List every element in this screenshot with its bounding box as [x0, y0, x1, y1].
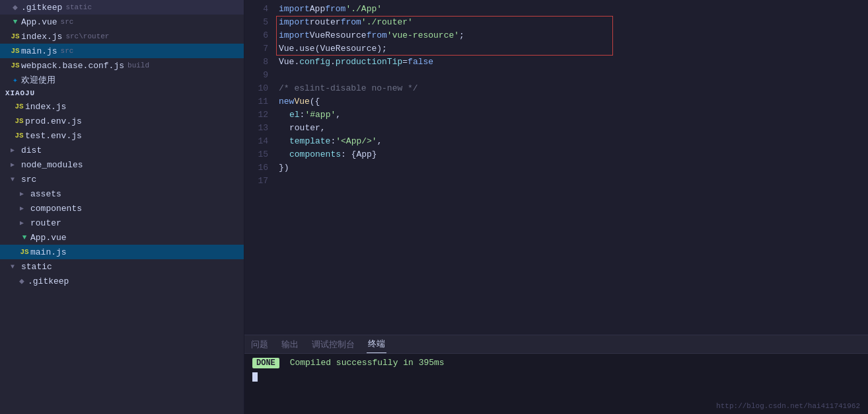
code-line-11: new Vue({: [276, 95, 868, 108]
sidebar-item-app-vue-top[interactable]: ▼ App.vue src: [0, 15, 244, 29]
sidebar-item-label: assets: [30, 189, 61, 199]
sidebar-item-index-js-router[interactable]: JS index.js src\router: [0, 29, 244, 44]
line-numbers: 4 5 6 7 8 9 10 11 12 13 14 15 16 17: [244, 3, 276, 332]
tab-terminal[interactable]: 终端: [367, 335, 386, 353]
js-icon: JS: [18, 248, 30, 256]
code-line-13: router,: [276, 122, 868, 135]
terminal-output-line: DONE Compiled successfully in 395ms: [252, 358, 860, 368]
sidebar-item-gitkeep-bottom[interactable]: ◆ .gitkeep: [0, 274, 244, 288]
sidebar-item-label: src: [21, 175, 36, 185]
code-line-10: /* eslint-disable no-new */: [276, 82, 868, 95]
sidebar-item-welcome[interactable]: ✦ 欢迎使用: [0, 73, 244, 87]
chevron-right-icon: ▶: [16, 219, 28, 227]
sidebar-item-app-vue-src[interactable]: ▼ App.vue: [0, 230, 244, 245]
sidebar-item-label: prod.env.js: [25, 116, 82, 126]
watermark: http://blog.csdn.net/hai411741962: [716, 402, 860, 410]
sidebar-item-label: App.vue: [30, 233, 67, 243]
sidebar-item-components[interactable]: ▶ components: [0, 201, 244, 216]
js-icon: JS: [13, 132, 25, 140]
code-line-8: Vue.config.productionTip = false: [276, 56, 868, 69]
code-line-15: components: { App }: [276, 148, 868, 161]
sidebar-item-prod-env[interactable]: JS prod.env.js: [0, 114, 244, 128]
file-icon: ◆: [16, 276, 28, 286]
code-line-4: import App from './App': [276, 3, 868, 16]
sidebar-item-webpack[interactable]: JS webpack.base.conf.js build: [0, 58, 244, 73]
chevron-right-icon: ▶: [7, 161, 18, 169]
sidebar-item-main-js-top[interactable]: JS main.js src: [0, 44, 244, 58]
sidebar-item-static[interactable]: ▼ static: [0, 259, 244, 274]
js-icon: JS: [13, 117, 25, 125]
code-line-12: el: '#app',: [276, 108, 868, 122]
sidebar-item-label: index.js: [21, 32, 62, 42]
sidebar-item-gitkeep-top[interactable]: ◆ .gitkeep static: [0, 0, 244, 15]
sidebar-item-label: main.js: [21, 46, 57, 56]
sidebar-item-label: router: [30, 218, 61, 228]
terminal-tabs: 问题 输出 调试控制台 终端: [244, 335, 868, 354]
sidebar-item-label: components: [30, 204, 82, 214]
sidebar-item-label: 欢迎使用: [21, 74, 55, 86]
js-icon: JS: [9, 62, 21, 69]
sidebar-item-label: webpack.base.conf.js: [21, 61, 124, 71]
code-line-9: [276, 69, 868, 82]
sidebar-item-label: .gitkeep: [21, 3, 62, 13]
sidebar-item-node-modules[interactable]: ▶ node_modules: [0, 157, 244, 172]
vscode-icon: ✦: [9, 75, 21, 85]
chevron-right-icon: ▶: [7, 146, 18, 154]
vue-icon: ▼: [9, 18, 21, 26]
chevron-down-icon: ▼: [7, 263, 18, 270]
sidebar-item-dist[interactable]: ▶ dist: [0, 143, 244, 157]
chevron-right-icon: ▶: [16, 190, 28, 198]
sidebar-item-label: test.env.js: [25, 131, 82, 141]
sidebar-item-src[interactable]: ▼ src: [0, 172, 244, 186]
code-lines: import App from './App' import router fr…: [276, 3, 868, 332]
done-badge: DONE: [252, 358, 279, 368]
section-header-xiaoju: XIAOJU: [0, 87, 244, 99]
vue-icon: ▼: [18, 233, 30, 241]
sidebar-item-label: static: [21, 262, 52, 272]
sidebar-item-label: main.js: [30, 247, 67, 257]
sidebar-item-label: App.vue: [21, 17, 57, 27]
sidebar-item-assets[interactable]: ▶ assets: [0, 186, 244, 201]
sidebar-item-label: .gitkeep: [28, 276, 69, 286]
sidebar-item-label: dist: [21, 145, 42, 155]
js-icon: JS: [13, 103, 25, 110]
tab-problems[interactable]: 问题: [250, 335, 270, 353]
code-editor: 4 5 6 7 8 9 10 11 12 13 14 15 16 17: [244, 0, 868, 335]
terminal-panel: 问题 输出 调试控制台 终端 DONE Compiled successfull…: [244, 335, 868, 414]
code-line-5: import router from './router': [276, 16, 868, 29]
file-explorer: ◆ .gitkeep static ▼ App.vue src JS index…: [0, 0, 244, 414]
sidebar-item-index-js[interactable]: JS index.js: [0, 99, 244, 114]
sidebar-item-label: node_modules: [21, 160, 83, 170]
code-area: 4 5 6 7 8 9 10 11 12 13 14 15 16 17: [244, 0, 868, 335]
chevron-down-icon: ▼: [7, 176, 18, 183]
chevron-right-icon: ▶: [16, 204, 28, 212]
code-line-6: import VueResource from 'vue-resource';: [276, 29, 868, 42]
cursor-block: [252, 372, 258, 382]
code-line-16: }): [276, 161, 868, 175]
file-icon: ◆: [9, 2, 21, 13]
js-icon: JS: [9, 47, 21, 55]
main-content: 4 5 6 7 8 9 10 11 12 13 14 15 16 17: [244, 0, 868, 414]
tab-debug-console[interactable]: 调试控制台: [310, 335, 356, 353]
sidebar-item-label: index.js: [25, 102, 66, 112]
success-message: Compiled successfully in 395ms: [290, 358, 445, 368]
sidebar-item-router[interactable]: ▶ router: [0, 216, 244, 230]
sidebar-item-test-env[interactable]: JS test.env.js: [0, 128, 244, 143]
code-line-17: [276, 175, 868, 188]
tab-output[interactable]: 输出: [280, 335, 300, 353]
js-icon: JS: [9, 32, 21, 40]
code-line-7: Vue.use(VueResource);: [276, 42, 868, 56]
code-line-14: template: '<App/>',: [276, 135, 868, 148]
sidebar-item-main-js-src[interactable]: JS main.js: [0, 245, 244, 259]
terminal-cursor-line: [252, 371, 860, 384]
